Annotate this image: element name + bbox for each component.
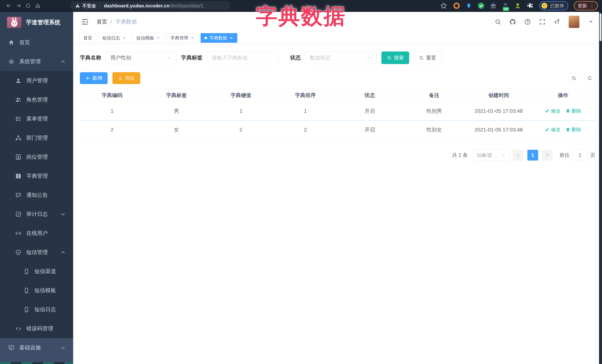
user-icon — [15, 78, 22, 84]
sidebar-item[interactable]: 字典管理 — [0, 166, 73, 186]
tag-view-tab[interactable]: 短信模板 — [132, 33, 164, 43]
tab-label: 首页 — [83, 35, 92, 41]
sidebar-item[interactable]: 审计日志 — [0, 205, 73, 224]
sidebar-item[interactable]: 基础设施 — [0, 338, 73, 357]
sidebar-item[interactable]: 菜单管理 — [0, 109, 73, 128]
font-size-icon[interactable] — [554, 19, 560, 25]
tag-view-tab[interactable]: 首页 — [79, 33, 96, 43]
status-select[interactable]: 数据状态 — [305, 52, 376, 64]
sidebar-item[interactable]: 错误码管理 — [0, 319, 73, 338]
dict-label-input-wrap — [207, 52, 278, 64]
trash-icon — [566, 109, 570, 113]
table-header-cell: 操作 — [531, 89, 595, 102]
close-icon[interactable] — [122, 36, 126, 40]
tag-view-tab[interactable]: 字典管理 — [167, 33, 198, 43]
ext-on-extension-icon[interactable]: on — [502, 2, 509, 10]
search-icon[interactable] — [494, 19, 501, 25]
sidebar-item[interactable]: 首页 — [0, 33, 73, 52]
table-header-cell: 创建时间 — [466, 89, 531, 102]
home-button[interactable] — [33, 1, 43, 10]
close-icon[interactable] — [190, 36, 194, 40]
reset-button[interactable]: 重置 — [414, 52, 441, 64]
table-cell-code: 1 — [80, 102, 144, 121]
sidebar-item[interactable]: 系统管理 — [0, 52, 73, 71]
dict-name-select[interactable]: 用户性别 — [106, 52, 176, 64]
scrollbar-thumb[interactable] — [600, 13, 602, 41]
help-icon[interactable] — [524, 19, 531, 25]
table-header-cell: 字典键值 — [209, 89, 273, 102]
close-icon[interactable] — [156, 36, 161, 40]
menu-list-icon — [15, 116, 22, 122]
sidebar-item[interactable]: 短信日志 — [0, 300, 73, 319]
reload-button[interactable] — [23, 1, 33, 10]
close-icon[interactable] — [229, 36, 233, 40]
window-scrollbar[interactable] — [599, 12, 602, 364]
goto-page-input[interactable] — [572, 149, 587, 161]
delete-link[interactable]: 删除 — [566, 108, 581, 114]
search-button[interactable]: 搜索 — [381, 52, 409, 64]
github-icon[interactable] — [509, 19, 516, 25]
sidebar-item[interactable]: 通知公告 — [0, 186, 73, 205]
user-avatar[interactable] — [569, 16, 580, 28]
ext-user-extension-icon[interactable] — [514, 2, 521, 10]
sidebar-item[interactable]: 用户管理 — [0, 71, 73, 90]
next-page-button[interactable] — [542, 150, 553, 161]
forward-button[interactable] — [14, 1, 23, 10]
sidebar-item[interactable]: 短信模板 — [0, 281, 73, 300]
show-search-toggle-button[interactable] — [568, 73, 580, 84]
active-dot — [204, 37, 207, 39]
page-number-1[interactable]: 1 — [527, 150, 538, 161]
dict-name-value: 用户性别 — [110, 54, 131, 61]
sidebar-item-label: 角色管理 — [26, 96, 48, 104]
menu-fold-icon[interactable] — [81, 18, 89, 26]
avatar-caret-down-icon[interactable] — [588, 19, 594, 25]
edit-link[interactable]: 修改 — [545, 108, 560, 114]
page-size-select[interactable]: 10条/页 — [473, 149, 509, 161]
ext-check-extension-icon[interactable] — [477, 2, 485, 10]
export-button[interactable]: 导出 — [112, 72, 140, 84]
table-header-cell: 状态 — [338, 89, 402, 102]
tags-view-bar: 首页短信日志短信模板字典管理字典数据 — [73, 32, 602, 44]
sidebar-item-label: 用户管理 — [26, 77, 48, 84]
id-badge-icon — [15, 154, 22, 160]
status-label: 状态 — [290, 54, 301, 62]
goto-label: 前往 — [559, 152, 570, 158]
dict-label-input[interactable] — [212, 55, 274, 61]
sidebar-item-label: 短信模板 — [34, 287, 56, 294]
sidebar-item[interactable]: 角色管理 — [0, 90, 73, 109]
add-button[interactable]: 新增 — [80, 72, 108, 84]
sidebar-item-label: 字典管理 — [26, 172, 48, 180]
warning-triangle-icon — [75, 3, 80, 8]
tag-view-tab[interactable]: 短信日志 — [98, 33, 130, 43]
breadcrumb-home[interactable]: 首页 — [97, 18, 107, 26]
tag-view-tab[interactable]: 字典数据 — [201, 33, 237, 43]
org-tree-icon — [15, 135, 22, 141]
ext-toggle-extension-icon[interactable] — [490, 2, 497, 10]
browser-profile-chip[interactable]: 已暂停 — [539, 1, 568, 10]
prev-page-button[interactable] — [513, 150, 524, 161]
sidebar-item[interactable]: 短信管理 — [0, 243, 73, 262]
download-icon — [118, 76, 123, 81]
page-size-value: 10条/页 — [476, 152, 492, 158]
sidebar-item[interactable]: 短信渠道 — [0, 262, 73, 281]
fullscreen-icon[interactable] — [539, 19, 546, 25]
browser-update-button[interactable]: 更新 — [574, 1, 598, 10]
search-icon — [387, 55, 392, 60]
logo-row[interactable]: 芋道管理系统 — [0, 12, 73, 33]
sidebar-item[interactable]: 在线用户 — [0, 224, 73, 243]
sidebar-item[interactable]: 部门管理 — [0, 128, 73, 147]
breadcrumb-separator: / — [111, 19, 112, 25]
ext-gem-extension-icon[interactable] — [465, 2, 473, 10]
edit-link[interactable]: 修改 — [545, 126, 560, 133]
sidebar-item[interactable]: 岗位管理 — [0, 147, 73, 166]
bookmark-star-icon[interactable] — [440, 2, 447, 10]
kebab-menu-icon[interactable] — [590, 3, 594, 9]
delete-link[interactable]: 删除 — [566, 126, 581, 133]
sidebar-menu: 首页系统管理用户管理角色管理菜单管理部门管理岗位管理字典管理通知公告审计日志在线… — [0, 33, 73, 364]
back-button[interactable] — [4, 1, 14, 10]
address-bar[interactable]: 不安全 dashboard.yudao.iocoder.cn /dict/typ… — [70, 1, 231, 10]
search-icon — [571, 75, 576, 81]
refresh-table-button[interactable] — [584, 73, 595, 84]
ext-puzzle-extension-icon[interactable] — [526, 2, 534, 10]
ext-ring-extension-icon[interactable] — [453, 2, 460, 10]
